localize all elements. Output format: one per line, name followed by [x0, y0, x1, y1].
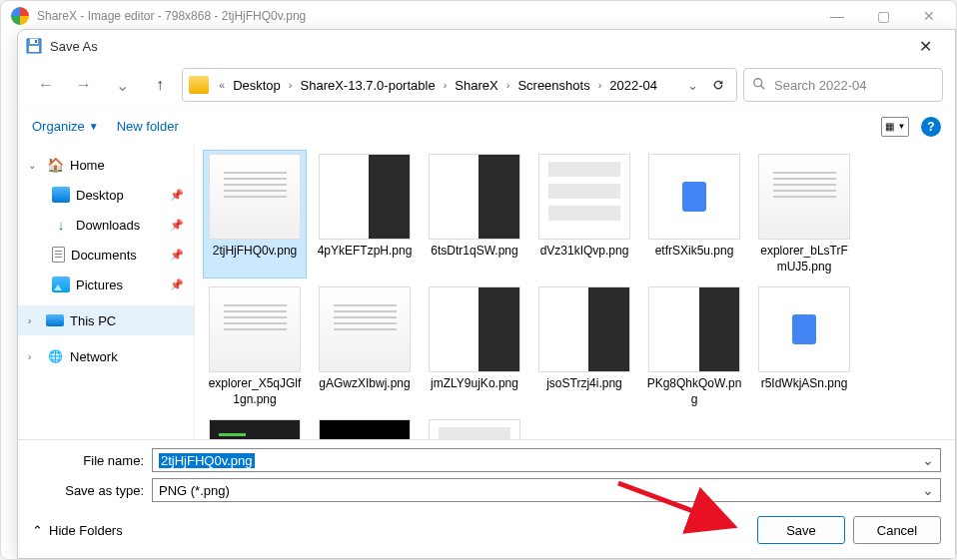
minimize-button[interactable]: — [814, 1, 860, 31]
file-item[interactable]: ShareX_bAVekr91A3.png [203, 415, 307, 439]
filename-input[interactable]: 2tjHjFHQ0v.png [152, 448, 941, 472]
file-label: gAGwzXIbwj.png [319, 376, 410, 392]
file-item[interactable]: dVz31kIQvp.png [532, 150, 636, 279]
sidebar-item-documents[interactable]: Documents 📌 [18, 240, 194, 270]
pin-icon: 📌 [170, 219, 184, 232]
breadcrumb-seg[interactable]: 2022-04 [605, 76, 661, 95]
pin-icon: 📌 [170, 279, 184, 291]
chevron-icon: › [594, 79, 606, 91]
address-bar[interactable]: « Desktop › ShareX-13.7.0-portable › Sha… [182, 68, 737, 102]
file-item[interactable]: 2tjHjFHQ0v.png [203, 150, 307, 279]
file-thumbnail [648, 154, 740, 240]
file-item[interactable]: jmZLY9ujKo.png [423, 282, 526, 411]
file-item[interactable]: 4pYkEFTzpH.png [313, 150, 417, 279]
sidebar-item-thispc[interactable]: › This PC [18, 305, 194, 335]
file-thumbnail [209, 154, 301, 240]
folder-icon [189, 76, 209, 94]
chevron-icon: › [502, 79, 514, 91]
chevron-icon: › [440, 79, 452, 91]
search-icon [752, 77, 766, 94]
organize-button[interactable]: Organize ▼ [32, 119, 99, 134]
cancel-button[interactable]: Cancel [853, 516, 941, 544]
svg-line-5 [761, 85, 765, 89]
dialog-title: Save As [50, 39, 903, 54]
file-item[interactable]: explorer_X5qJGlf1gn.png [203, 282, 307, 411]
nav-row: ← → ⌄ ↑ « Desktop › ShareX-13.7.0-portab… [18, 62, 955, 108]
file-thumbnail [648, 286, 740, 372]
up-button[interactable]: ↑ [144, 69, 176, 101]
file-item[interactable]: etfrSXik5u.png [642, 150, 746, 279]
file-thumbnail [429, 154, 520, 240]
file-label: 4pYkEFTzpH.png [318, 244, 413, 260]
close-button[interactable]: ✕ [906, 1, 952, 31]
dialog-close-button[interactable]: ✕ [903, 31, 947, 61]
documents-icon [52, 247, 65, 263]
chevron-down-icon: ▼ [89, 121, 99, 132]
file-thumbnail [758, 154, 850, 240]
sidebar-item-home[interactable]: ⌄ Home [18, 150, 194, 180]
file-item[interactable]: tJP1O8MIkF.png [313, 415, 417, 439]
maximize-button[interactable]: ▢ [860, 1, 906, 31]
file-item[interactable]: gAGwzXIbwj.png [313, 282, 417, 411]
expand-icon[interactable]: › [28, 351, 40, 362]
svg-rect-3 [29, 46, 39, 52]
downloads-icon [52, 217, 70, 233]
file-label: dVz31kIQvp.png [540, 244, 629, 260]
filetype-label: Save as type: [32, 483, 152, 498]
recent-button[interactable]: ⌄ [106, 69, 138, 101]
file-label: 6tsDtr1qSW.png [431, 244, 517, 260]
breadcrumb-seg[interactable]: Screenshots [513, 76, 593, 95]
sidebar-item-desktop[interactable]: Desktop 📌 [18, 180, 194, 210]
outer-title: ShareX - Image editor - 798x868 - 2tjHjF… [37, 9, 814, 23]
pin-icon: 📌 [170, 189, 184, 202]
file-thumbnail [319, 154, 411, 240]
file-area[interactable]: 2tjHjFHQ0v.png4pYkEFTzpH.png6tsDtr1qSW.p… [194, 144, 955, 439]
collapse-icon[interactable]: ⌄ [28, 160, 40, 171]
file-item[interactable]: 6tsDtr1qSW.png [423, 150, 526, 279]
search-input[interactable]: Search 2022-04 [743, 68, 943, 102]
sidebar-item-network[interactable]: › Network [18, 341, 194, 371]
desktop-icon [52, 187, 70, 203]
expand-icon[interactable]: › [28, 315, 40, 326]
file-thumbnail [429, 286, 520, 372]
view-mode-button[interactable]: ▦ ▼ [881, 117, 909, 137]
file-thumbnail [538, 154, 630, 240]
save-as-dialog: Save As ✕ ← → ⌄ ↑ « Desktop › ShareX-13.… [17, 29, 956, 559]
refresh-button[interactable] [704, 78, 732, 92]
breadcrumb-seg[interactable]: Desktop [229, 76, 285, 95]
save-icon [26, 38, 42, 54]
hide-folders-button[interactable]: ⌃ Hide Folders [32, 523, 123, 538]
address-dropdown-icon[interactable]: ⌄ [681, 78, 704, 93]
pc-icon [46, 314, 64, 326]
save-button[interactable]: Save [757, 516, 845, 544]
file-thumbnail [429, 419, 520, 439]
file-label: PKg8QhkQoW.png [646, 376, 742, 407]
sidebar-item-downloads[interactable]: Downloads 📌 [18, 210, 194, 240]
file-item[interactable]: explorer_bLsTrFmUJ5.png [752, 150, 856, 279]
help-button[interactable]: ? [921, 117, 941, 137]
chevron-icon: › [285, 79, 297, 91]
file-thumbnail [319, 419, 411, 439]
svg-point-4 [754, 78, 762, 86]
file-item[interactable]: r5IdWkjASn.png [752, 282, 856, 411]
breadcrumb-seg[interactable]: ShareX [451, 76, 501, 95]
back-button[interactable]: ← [30, 69, 62, 101]
home-icon [46, 157, 64, 173]
footer: File name: 2tjHjFHQ0v.png Save as type: … [18, 439, 955, 558]
sidebar-item-pictures[interactable]: Pictures 📌 [18, 270, 194, 299]
breadcrumb-seg[interactable]: ShareX-13.7.0-portable [297, 76, 440, 95]
svg-rect-2 [35, 40, 37, 43]
sharex-icon [11, 7, 29, 25]
forward-button[interactable]: → [68, 69, 100, 101]
body: ⌄ Home Desktop 📌 Downloads 📌 Documents [18, 144, 955, 439]
filetype-select[interactable]: PNG (*.png) [152, 478, 941, 502]
toolbar: Organize ▼ New folder ▦ ▼ ? [18, 108, 955, 144]
file-item[interactable] [423, 415, 526, 439]
file-label: 2tjHjFHQ0v.png [213, 244, 297, 260]
file-item[interactable]: PKg8QhkQoW.png [642, 282, 746, 411]
new-folder-button[interactable]: New folder [117, 119, 179, 134]
file-item[interactable]: jsoSTrzj4i.png [532, 282, 636, 411]
file-label: jmZLY9ujKo.png [431, 376, 518, 392]
outer-titlebar: ShareX - Image editor - 798x868 - 2tjHjF… [1, 1, 956, 31]
file-label: explorer_X5qJGlf1gn.png [207, 376, 303, 407]
